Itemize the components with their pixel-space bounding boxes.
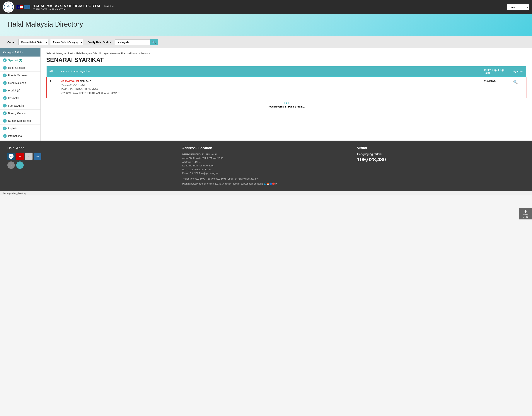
cell-company: MR DAKGALBI SDN BHD NO.10, JALAN 4/152 T… xyxy=(58,77,481,98)
sidebar-item-label: Rumah Sembelihan xyxy=(8,119,31,122)
company-rest: SDN BHD xyxy=(79,80,91,83)
app-logo-1: حلال xyxy=(7,152,15,160)
svg-point-0 xyxy=(4,3,13,11)
verify-input[interactable] xyxy=(115,39,150,45)
footer-visitor-title: Visitor xyxy=(357,146,525,150)
check-icon: ✓ xyxy=(3,74,7,77)
footer-halal-apps: Halal Apps حلال MY ◆ CCM © H xyxy=(7,146,175,186)
app-logo-6: H xyxy=(16,161,24,169)
sidebar-item-syarikat[interactable]: ✓ Syarikat (1) xyxy=(0,57,40,64)
sidebar-item-international[interactable]: ✓ International xyxy=(0,132,40,140)
result-table: Bil Nama & Alamat Syarikat Tarikh Luput … xyxy=(46,66,526,98)
sidebar-item-label: Logistik xyxy=(8,127,17,130)
search-bar: Carian: Please Select State Please Selec… xyxy=(0,36,532,48)
malaysia-flag: ☽ xyxy=(16,5,23,9)
footer-contact: Telefon : 03-8892 5000 | Fax : 03-8892 5… xyxy=(182,177,350,181)
sidebar: Kategori / Skim ✓ Syarikat (1) ✓ Hotel &… xyxy=(0,48,41,141)
verify-label: Verify Halal Status : xyxy=(88,41,113,44)
state-select[interactable]: Please Select State xyxy=(19,39,48,45)
status-bar-url: directory/index_directory xyxy=(2,192,26,195)
sidebar-item-produk[interactable]: ✓ Produk (6) xyxy=(0,87,40,95)
app-logo-4: CCM xyxy=(34,152,41,160)
sidebar-item-menu[interactable]: ✓ Menu Makanan xyxy=(0,79,40,87)
sidebar-item-kosmetik[interactable]: ✓ Kosmetik xyxy=(0,95,40,102)
lang-switcher[interactable]: ENG BM xyxy=(104,5,114,8)
th-tarikh: Tarikh Luput Sijil Halal xyxy=(481,66,510,77)
check-icon: ✓ xyxy=(3,119,7,123)
sidebar-item-rumah[interactable]: ✓ Rumah Sembelihan xyxy=(0,117,40,125)
header-flags: ☽ JAKIM xyxy=(16,5,30,9)
sidebar-item-label: Produk (6) xyxy=(8,89,20,92)
check-icon: ✓ xyxy=(3,127,7,130)
cell-action: 🔍 xyxy=(510,77,526,98)
category-select[interactable]: Please Select Category xyxy=(50,39,83,45)
company-address: NO.10, JALAN 4/152 TAMAN PERINDUSTRIAN O… xyxy=(61,83,478,95)
th-bil: Bil xyxy=(47,66,58,77)
sidebar-item-label: Menu Makanan xyxy=(8,81,26,85)
banner-title: Halal Malaysia Directory xyxy=(7,20,83,28)
total-record: Total Record : 1 - Page 1 From 1 xyxy=(46,105,526,108)
table-row: 1. MR DAKGALBI SDN BHD NO.10, JALAN 4/15… xyxy=(47,77,526,98)
verify-input-wrap: 🔍 xyxy=(115,39,158,45)
footer-apps-title: Halal Apps xyxy=(7,146,175,150)
view-detail-button[interactable]: 🔍 xyxy=(513,80,518,84)
visitor-count: 109,028,430 xyxy=(357,157,525,162)
sidebar-item-farmaseutikal[interactable]: ✓ Farmaseutikal xyxy=(0,102,40,110)
th-syarikat: Syarikat xyxy=(510,66,526,77)
footer-resolution: Paparan terbaik dengan resolusi 1024 x 7… xyxy=(182,182,350,186)
footer-logos-row2: © H xyxy=(7,161,175,169)
visitor-label: Pengunjung terkini : xyxy=(357,152,525,156)
page-link[interactable]: [ 1 ] xyxy=(284,101,289,104)
address-line3: 58200 WILAYAH PERSEKUTUAN,KUALA LUMPUR xyxy=(61,91,478,95)
check-icon: ✓ xyxy=(3,81,7,85)
svg-text:حلال: حلال xyxy=(7,5,10,7)
address-line2: TAMAN PERINDUSTRIAN OUG xyxy=(61,87,478,91)
cell-tarikh: 31/01/2024. xyxy=(481,77,510,98)
search-button[interactable]: 🔍 xyxy=(150,39,158,45)
footer-address-body: BAHAGIAN PENGURUSAN HALAL, JABATAN KEMAJ… xyxy=(182,152,350,175)
check-icon: ✓ xyxy=(3,89,7,92)
sidebar-item-label: Premis Makanan xyxy=(8,74,28,77)
sidebar-item-label: International xyxy=(8,134,22,137)
table-header-row: Bil Nama & Alamat Syarikat Tarikh Luput … xyxy=(47,66,526,77)
portal-subtitle: PORTAL RASMI HALAL MALAYSIA xyxy=(32,8,505,10)
portal-title: HALAL MALAYSIA OFFICIAL PORTAL ENG BM xyxy=(32,4,505,8)
footer: Halal Apps حلال MY ◆ CCM © H Address / L… xyxy=(0,141,532,191)
check-icon: ✓ xyxy=(3,66,7,70)
nav-home-select[interactable]: Home xyxy=(507,4,529,10)
check-icon: ✓ xyxy=(3,58,7,62)
status-bar: directory/index_directory xyxy=(0,191,532,195)
portal-logo: حلال HALAL xyxy=(3,1,14,13)
sidebar-item-label: Hotel & Resort xyxy=(8,66,25,69)
welcome-text: Selamat datang ke direktori Halal Malays… xyxy=(46,52,526,55)
banner: Halal Malaysia Directory xyxy=(0,14,532,36)
address-line1: NO.10, JALAN 4/152 xyxy=(61,83,478,87)
app-logo-3: ◆ xyxy=(25,152,32,160)
header: حلال HALAL ☽ JAKIM HALAL MALAYSIA OFFICI… xyxy=(0,0,532,14)
header-nav: Home xyxy=(507,4,529,10)
list-title: SENARAI SYARIKAT xyxy=(46,57,526,63)
check-icon: ✓ xyxy=(3,96,7,100)
main-content: Kategori / Skim ✓ Syarikat (1) ✓ Hotel &… xyxy=(0,48,532,141)
check-icon: ✓ xyxy=(3,104,7,107)
portal-title-text: HALAL MALAYSIA OFFICIAL PORTAL xyxy=(32,4,101,8)
sidebar-item-hotel[interactable]: ✓ Hotel & Resort xyxy=(0,64,40,72)
app-logo-5: © xyxy=(7,161,15,169)
sidebar-item-label: Syarikat (1) xyxy=(8,59,22,62)
cell-bil: 1. xyxy=(47,77,58,98)
content-area: Selamat datang ke direktori Halal Malays… xyxy=(41,48,532,141)
footer-visitor: Visitor Pengunjung terkini : 109,028,430 xyxy=(357,146,525,186)
svg-text:حلال: حلال xyxy=(10,156,13,157)
sidebar-header: Kategori / Skim xyxy=(0,48,40,57)
footer-address-title: Address / Location xyxy=(182,146,350,150)
check-icon: ✓ xyxy=(3,134,7,138)
pagination: [ 1 ] xyxy=(46,101,526,104)
header-title-area: HALAL MALAYSIA OFFICIAL PORTAL ENG BM PO… xyxy=(32,4,505,10)
sidebar-item-barang[interactable]: ✓ Barang Gunaan xyxy=(0,110,40,117)
sidebar-item-premis[interactable]: ✓ Premis Makanan xyxy=(0,72,40,79)
company-name: MR DAKGALBI SDN BHD xyxy=(61,80,478,83)
sidebar-item-logistik[interactable]: ✓ Logistik xyxy=(0,125,40,132)
company-highlight: MR DAKGALBI xyxy=(61,80,79,83)
sidebar-item-label: Barang Gunaan xyxy=(8,112,26,115)
app-logo-2: MY xyxy=(16,152,24,160)
